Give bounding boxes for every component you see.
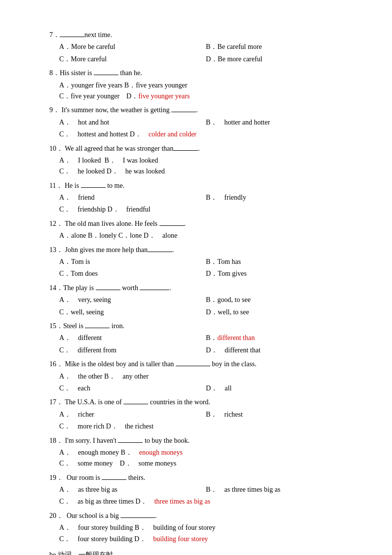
q18-text: 18． I'm sorry. I haven't to buy the book… — [49, 435, 353, 446]
q13-options-2: C．Tom does D．Tom gives — [49, 268, 353, 279]
q15-options-2: C． different from D． different that — [49, 345, 353, 356]
q18-opt-b-text: enough moneys — [139, 449, 183, 456]
q15-options-1: A． different B．different than — [49, 333, 353, 343]
q14-opt-b: B．good, to see — [206, 295, 353, 305]
question-14: 14．The play is worth . A． very, seeing B… — [49, 283, 353, 318]
q8-options-row1: A．younger five years B．five years younge… — [49, 80, 353, 91]
q15-opt-a: A． different — [59, 333, 206, 343]
q13-text: 13． John gives me more help than. — [49, 245, 353, 256]
q17-opt-b: B． richest — [206, 409, 353, 420]
q11-opt-a: A． friend — [59, 192, 206, 203]
q9-opt-a: A． hot and hot — [59, 117, 206, 128]
q20-text: 20． Our school is a big . — [49, 511, 353, 521]
q15-opt-c: C． different from — [59, 345, 206, 356]
q16-opt-d: D． all — [206, 383, 353, 394]
q13-opt-d: D．Tom gives — [206, 268, 353, 279]
q9-text: 9． It's summer now, the weather is getti… — [49, 105, 353, 116]
q14-options-1: A． very, seeing B．good, to see — [49, 295, 353, 305]
q19-opt-b: B． as three times big as — [206, 484, 353, 495]
questions-container: 7．next time. A．More be careful B．Be care… — [49, 30, 353, 555]
q11-options-2: C． friendship D． friendful — [49, 204, 353, 215]
q10-text: 10． We all agreed that he was stronger t… — [49, 143, 353, 154]
q12-options: A．alone B．lonely C．lone D． alone — [49, 230, 353, 241]
question-18: 18． I'm sorry. I haven't to buy the book… — [49, 435, 353, 470]
q8-opt-d: five younger years — [138, 92, 190, 100]
q18-options-1: A． enough money B． enough moneys — [49, 447, 353, 458]
question-12: 12． The old man lives alone. He feels . … — [49, 218, 353, 242]
q13-options-1: A．Tom is B．Tom has — [49, 256, 353, 267]
q16-options-2: C． each D． all — [49, 383, 353, 394]
q8-options-row2: C．five year younger D．five younger years — [49, 91, 353, 102]
q20-opt-d-text: building four storey — [153, 535, 208, 543]
question-15: 15．Steel is iron. A． different B．differe… — [49, 321, 353, 356]
q17-options-2: C． more rich D． the richest — [49, 421, 353, 432]
q14-text: 14．The play is worth . — [49, 283, 353, 294]
q18-options-2: C． some money D． some moneys — [49, 458, 353, 469]
question-20: 20． Our school is a big . A． four storey… — [49, 511, 353, 545]
q9-opt-b: B． hotter and hotter — [206, 117, 353, 128]
q13-opt-c: C．Tom does — [59, 268, 206, 279]
section-be-verb: be 动词、一般现在时 — [49, 550, 353, 555]
q17-options-1: A． richer B． richest — [49, 409, 353, 420]
q11-options-1: A． friend B． friendly — [49, 192, 353, 203]
q15-opt-b-text: different than — [217, 334, 255, 342]
question-10: 10． We all agreed that he was stronger t… — [49, 143, 353, 177]
q15-opt-b: B．different than — [206, 333, 353, 343]
q14-options-2: C．well, seeing D．well, to see — [49, 307, 353, 318]
question-7: 7．next time. A．More be careful B．Be care… — [49, 30, 353, 65]
q7-opt-b: B．Be careful more — [206, 42, 353, 52]
q16-opt-c: C． each — [59, 383, 206, 394]
q7-options: A．More be careful B．Be careful more — [49, 42, 353, 52]
q11-opt-b: B． friendly — [206, 192, 353, 203]
q16-opt-a: A． the other B． any other — [59, 371, 353, 382]
q7-opt-a: A．More be careful — [59, 42, 206, 52]
q14-opt-d: D．well, to see — [206, 307, 353, 318]
q7-options-2: C．More careful D．Be more careful — [49, 54, 353, 65]
question-11: 11． He is to me. A． friend B． friendly C… — [49, 180, 353, 215]
q15-text: 15．Steel is iron. — [49, 321, 353, 332]
q20-options-2: C． four storey building D． building four… — [49, 534, 353, 545]
q9-options-1: A． hot and hot B． hotter and hotter — [49, 117, 353, 128]
q17-opt-a: A． richer — [59, 409, 206, 420]
q7-opt-d: D．Be more careful — [206, 54, 353, 65]
q16-text: 16． Mike is the oldest boy and is taller… — [49, 359, 353, 370]
question-13: 13． John gives me more help than. A．Tom … — [49, 245, 353, 280]
q10-options-2: C． he looked D． he was looked — [49, 166, 353, 177]
q10-options-1: A． I looked B． I was looked — [49, 155, 353, 166]
q19-opt-a: A． as three big as — [59, 484, 206, 495]
q20-options-1: A． four storey building B． building of f… — [49, 522, 353, 533]
q19-text: 19． Our room is theirs. — [49, 472, 353, 483]
q8-text: 8．His sister is than he. — [49, 68, 353, 79]
q19-opt-d-text: three times as big as — [154, 498, 210, 505]
q13-opt-a: A．Tom is — [59, 256, 206, 267]
q14-opt-c: C．well, seeing — [59, 307, 206, 318]
question-17: 17． The U.S.A. is one of countries in th… — [49, 397, 353, 432]
question-9: 9． It's summer now, the weather is getti… — [49, 105, 353, 140]
q19-options-2: C． as big as three times D． three times … — [49, 496, 353, 507]
q11-text: 11． He is to me. — [49, 180, 353, 191]
q13-opt-b: B．Tom has — [206, 256, 353, 267]
q15-opt-d: D． different that — [206, 345, 353, 356]
q17-text: 17． The U.S.A. is one of countries in th… — [49, 397, 353, 408]
q7-text: 7．next time. — [49, 30, 353, 41]
q16-options-1: A． the other B． any other — [49, 371, 353, 382]
q7-opt-c: C．More careful — [59, 54, 206, 65]
q12-text: 12． The old man lives alone. He feels . — [49, 218, 353, 229]
q9-options-2: C． hottest and hottest D． colder and col… — [49, 129, 353, 140]
question-19: 19． Our room is theirs. A． as three big … — [49, 472, 353, 508]
question-8: 8．His sister is than he. A．younger five … — [49, 68, 353, 102]
question-16: 16． Mike is the oldest boy and is taller… — [49, 359, 353, 394]
q14-opt-a: A． very, seeing — [59, 295, 206, 305]
q19-options-1: A． as three big as B． as three times big… — [49, 484, 353, 495]
q9-opt-d: colder and colder — [149, 130, 196, 138]
